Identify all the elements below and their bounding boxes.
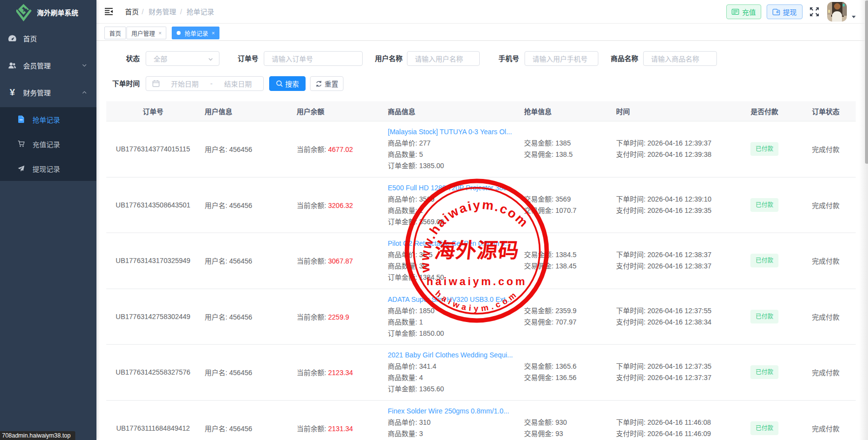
svg-text:haiwaiym.com: haiwaiym.com xyxy=(434,289,520,313)
svg-text:海外源码: 海外源码 xyxy=(434,239,521,262)
svg-text:haiwaiym.com: haiwaiym.com xyxy=(427,275,527,288)
